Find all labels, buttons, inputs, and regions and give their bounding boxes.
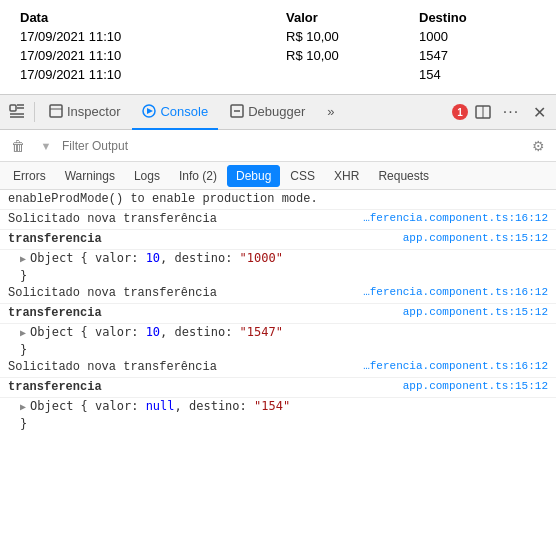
console-location[interactable]: …ferencia.component.ts:16:12 (355, 212, 548, 224)
options-icon[interactable]: ··· (498, 99, 524, 125)
svg-marker-8 (147, 108, 153, 114)
cell-destino: 1547 (411, 46, 544, 65)
brace-line: } (0, 342, 556, 358)
inspect-element-icon[interactable] (4, 99, 30, 125)
cell-data: 17/09/2021 11:10 (12, 27, 278, 46)
console-text: Solicitado nova transferência (8, 360, 355, 374)
col-header-destino: Destino (411, 8, 544, 27)
brace-line: } (0, 268, 556, 284)
log-tab-info2[interactable]: Info (2) (170, 165, 226, 187)
object-text: Object { valor: null, destino: "154" (30, 399, 290, 413)
log-tab-debug[interactable]: Debug (227, 165, 280, 187)
filter-dropdown-icon[interactable]: ▼ (34, 134, 58, 158)
cell-destino: 154 (411, 65, 544, 84)
data-table: Data Valor Destino 17/09/2021 11:10 R$ 1… (12, 8, 544, 84)
console-text: Solicitado nova transferência (8, 286, 355, 300)
tab-console[interactable]: Console (132, 94, 218, 130)
console-text: transferencia (8, 306, 395, 320)
console-object-line[interactable]: ▶ Object { valor: 10, destino: "1000" (0, 250, 556, 268)
log-tab-css[interactable]: CSS (281, 165, 324, 187)
log-tab-requests[interactable]: Requests (369, 165, 438, 187)
console-line: transferencia app.component.ts:15:12 (0, 378, 556, 398)
tab-more[interactable]: » (317, 94, 344, 130)
table-row: 17/09/2021 11:10 R$ 10,00 1547 (12, 46, 544, 65)
filter-bar: 🗑 ▼ ⚙ (0, 130, 556, 162)
cell-data: 17/09/2021 11:10 (12, 65, 278, 84)
console-location[interactable]: …ferencia.component.ts:16:12 (355, 360, 548, 372)
expand-triangle[interactable]: ▶ (20, 401, 26, 413)
console-location[interactable]: app.component.ts:15:12 (395, 380, 548, 392)
toolbar-divider-1 (34, 102, 35, 122)
log-tab-logs[interactable]: Logs (125, 165, 169, 187)
console-text: enableProdMode() to enable production mo… (8, 192, 548, 206)
col-header-valor: Valor (278, 8, 411, 27)
table-row: 17/09/2021 11:10 R$ 10,00 1000 (12, 27, 544, 46)
console-text: Solicitado nova transferência (8, 212, 355, 226)
log-filter-bar: ErrorsWarningsLogsInfo (2)DebugCSSXHRReq… (0, 162, 556, 190)
svg-rect-0 (10, 105, 16, 111)
log-tab-warnings[interactable]: Warnings (56, 165, 124, 187)
console-line: enableProdMode() to enable production mo… (0, 190, 556, 210)
tab-inspector[interactable]: Inspector (39, 94, 130, 130)
cell-valor: R$ 10,00 (278, 46, 411, 65)
console-text: transferencia (8, 380, 395, 394)
console-location[interactable]: app.component.ts:15:12 (395, 306, 548, 318)
tab-debugger[interactable]: Debugger (220, 94, 315, 130)
close-icon[interactable]: ✕ (526, 99, 552, 125)
console-object-line[interactable]: ▶ Object { valor: 10, destino: "1547" (0, 324, 556, 342)
console-output: enableProdMode() to enable production mo… (0, 190, 556, 559)
console-text: transferencia (8, 232, 395, 246)
filter-input[interactable] (62, 139, 522, 153)
console-line: transferencia app.component.ts:15:12 (0, 230, 556, 250)
devtools-toolbar: Inspector Console Debugger » 1 ··· ✕ (0, 94, 556, 130)
col-header-data: Data (12, 8, 278, 27)
cell-destino: 1000 (411, 27, 544, 46)
object-text: Object { valor: 10, destino: "1000" (30, 251, 283, 265)
expand-triangle[interactable]: ▶ (20, 253, 26, 265)
settings-icon[interactable]: ⚙ (526, 134, 550, 158)
data-table-section: Data Valor Destino 17/09/2021 11:10 R$ 1… (0, 0, 556, 94)
console-line: Solicitado nova transferência …ferencia.… (0, 358, 556, 378)
table-row: 17/09/2021 11:10 154 (12, 65, 544, 84)
log-tab-errors[interactable]: Errors (4, 165, 55, 187)
console-line: Solicitado nova transferência …ferencia.… (0, 210, 556, 230)
tab-debugger-label: Debugger (248, 104, 305, 119)
tab-inspector-label: Inspector (67, 104, 120, 119)
svg-rect-5 (50, 105, 62, 117)
log-tab-xhr[interactable]: XHR (325, 165, 368, 187)
console-location[interactable]: app.component.ts:15:12 (395, 232, 548, 244)
console-location[interactable]: …ferencia.component.ts:16:12 (355, 286, 548, 298)
object-text: Object { valor: 10, destino: "1547" (30, 325, 283, 339)
console-line: Solicitado nova transferência …ferencia.… (0, 284, 556, 304)
trash-icon[interactable]: 🗑 (6, 134, 30, 158)
console-line: transferencia app.component.ts:15:12 (0, 304, 556, 324)
dock-icon[interactable] (470, 99, 496, 125)
cell-data: 17/09/2021 11:10 (12, 46, 278, 65)
tab-console-label: Console (160, 104, 208, 119)
tab-more-label: » (327, 104, 334, 119)
cell-valor (278, 65, 411, 84)
error-badge: 1 (452, 104, 468, 120)
expand-triangle[interactable]: ▶ (20, 327, 26, 339)
console-object-line[interactable]: ▶ Object { valor: null, destino: "154" (0, 398, 556, 416)
cell-valor: R$ 10,00 (278, 27, 411, 46)
brace-line: } (0, 416, 556, 432)
